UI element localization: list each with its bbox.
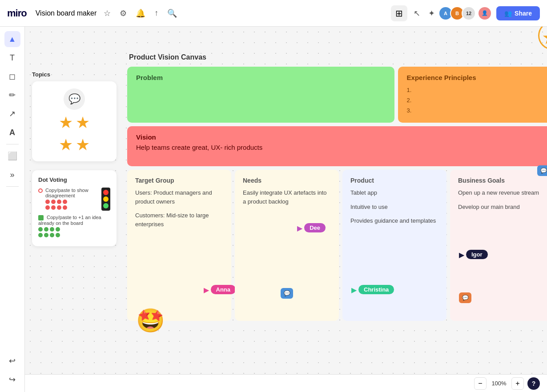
- bottombar: − 100% + ?: [25, 374, 547, 392]
- chat-bubble-icon: 💬: [64, 88, 85, 110]
- dee-cursor: ▶ Dee: [297, 223, 326, 232]
- product-title: Product: [350, 177, 438, 184]
- dee-cursor-label: Dee: [304, 223, 326, 232]
- needs-title: Needs: [243, 177, 331, 184]
- experience-item-3: [407, 105, 545, 116]
- search-icon[interactable]: 🔍: [165, 7, 179, 20]
- experience-title: Experience Principles: [407, 74, 545, 81]
- share-button[interactable]: 👥 Share: [496, 6, 540, 20]
- needs-text-1: Easily integrate UX artefacts into a pro…: [243, 188, 331, 206]
- dv-green-dots-row-1: [38, 227, 110, 232]
- red-dot: [51, 200, 56, 204]
- dot-voting-section: Dot Voting Copy/paste to show disagreeme…: [32, 170, 117, 246]
- help-button[interactable]: ?: [527, 377, 540, 390]
- share-label: Share: [515, 10, 532, 17]
- anna-cursor-arrow: ▶: [204, 286, 209, 294]
- business-goals-title: Business Goals: [458, 177, 546, 184]
- topbar-right: ⊞ ↖ ✦ A B 12 👤 👥 Share: [391, 5, 540, 21]
- share-icon: 👥: [504, 10, 512, 17]
- needs-comment-icon[interactable]: 💬: [281, 288, 293, 299]
- red-dot: [57, 205, 61, 210]
- target-group-title: Target Group: [135, 177, 223, 184]
- anna-cursor-label: Anna: [211, 285, 236, 294]
- pvc-row-1: Problem Experience Principles ★: [127, 67, 547, 123]
- topbar: miro Vision board maker ☆ ⚙ 🔔 ↑ 🔍 ⊞ ↖ ✦ …: [0, 0, 547, 27]
- app-logo: miro: [7, 8, 27, 19]
- pvc-row-2: Vision Help teams create great, UX- rich…: [127, 126, 547, 166]
- dv-red-dots-row-1: [45, 200, 99, 204]
- text-tool-button[interactable]: T: [4, 50, 20, 66]
- topics-box: 💬 ★ ★ ★ ★: [32, 81, 117, 161]
- favorite-star-icon[interactable]: ☆: [102, 7, 113, 20]
- board-title: Vision board maker: [36, 9, 97, 17]
- settings-icon[interactable]: ⚙: [118, 7, 129, 20]
- product-vision-canvas: Product Vision Canvas Problem Experience…: [127, 53, 547, 321]
- zoom-out-button[interactable]: −: [474, 377, 487, 390]
- experience-list: [407, 85, 545, 116]
- star-icon-2: ★: [76, 113, 90, 132]
- red-dot: [51, 205, 56, 210]
- toolbar-divider-2: [6, 186, 19, 187]
- avatar-current-user: 👤: [478, 6, 492, 20]
- zoom-in-button[interactable]: +: [511, 377, 524, 390]
- main-canvas[interactable]: Topics 💬 ★ ★ ★ ★ Dot Voting: [25, 27, 547, 374]
- dv-item-2-text: Copy/paste to +1 an idea already on the …: [38, 215, 101, 226]
- product-text-1: Tablet app: [350, 188, 438, 197]
- text-label-tool-button[interactable]: A: [4, 124, 20, 140]
- christina-cursor: ▶ Christina: [351, 285, 394, 294]
- dv-item-1: Copy/paste to show disagreement: [38, 188, 110, 211]
- cursor-tool-button[interactable]: ▲: [4, 31, 20, 47]
- vision-label: Vision: [136, 133, 545, 141]
- notifications-icon[interactable]: 🔔: [134, 7, 147, 20]
- traffic-light-green: [103, 203, 109, 208]
- redo-button[interactable]: ↪: [4, 372, 20, 388]
- green-dot: [38, 233, 43, 237]
- grid-view-button[interactable]: ⊞: [391, 5, 407, 21]
- star-eyes-emoji: 🤩: [136, 307, 165, 334]
- export-icon[interactable]: ↑: [153, 7, 160, 20]
- green-dot: [50, 227, 54, 232]
- christina-cursor-arrow: ▶: [351, 286, 357, 294]
- pen-tool-button[interactable]: ✏: [4, 87, 20, 103]
- business-comment-icon[interactable]: 💬: [537, 165, 547, 176]
- frame-tool-button[interactable]: ⬜: [4, 148, 20, 164]
- dv-item-2: Copy/paste to +1 an idea already on the …: [38, 215, 110, 237]
- vision-text: Help teams create great, UX- rich produc…: [136, 144, 545, 151]
- experience-cell: Experience Principles ★: [398, 67, 547, 123]
- anna-cursor: ▶ Anna: [204, 285, 236, 294]
- red-dot: [57, 200, 61, 204]
- red-dot: [63, 200, 67, 204]
- star-icon-1: ★: [59, 113, 73, 132]
- traffic-light-yellow: [103, 196, 109, 202]
- arrow-tool-button[interactable]: ↗: [4, 106, 20, 122]
- green-dot: [56, 227, 60, 232]
- product-cell: Product Tablet app Intuitive to use Prov…: [342, 170, 446, 321]
- more-tools-button[interactable]: »: [4, 167, 20, 183]
- zoom-level: 100%: [490, 380, 508, 387]
- pointer-mode-icon[interactable]: ↖: [412, 7, 422, 20]
- dot-voting-box: Dot Voting Copy/paste to show disagreeme…: [32, 170, 117, 246]
- red-dot: [63, 205, 67, 210]
- topics-section: Topics 💬 ★ ★ ★ ★: [32, 71, 117, 161]
- pvc-row-3: Target Group Users: Product managers and…: [127, 170, 547, 321]
- experience-item-2: [407, 95, 545, 105]
- target-group-text-2: Customers: Mid-size to large enterprises: [135, 211, 223, 228]
- business-comment-orange-icon[interactable]: 💬: [459, 292, 471, 303]
- dot-voting-title: Dot Voting: [38, 176, 110, 183]
- pvc-title: Product Vision Canvas: [127, 53, 547, 61]
- sticky-note-tool-button[interactable]: ◻: [4, 68, 20, 84]
- stars-row: ★ ★: [59, 113, 90, 132]
- vision-cell: Vision Help teams create great, UX- rich…: [127, 126, 547, 166]
- igor-cursor-label: Igor: [466, 250, 488, 259]
- dv-red-dots-row-2: [45, 205, 99, 210]
- green-dot: [56, 233, 60, 237]
- collaborator-avatars: A B 12: [441, 6, 476, 20]
- red-dot: [45, 200, 50, 204]
- dv-green-dots-row-2: [38, 233, 110, 237]
- undo-button[interactable]: ↩: [4, 353, 20, 369]
- green-dot: [38, 227, 43, 232]
- red-dot: [45, 205, 50, 210]
- christina-cursor-label: Christina: [358, 285, 394, 294]
- green-dot: [50, 233, 54, 237]
- timer-icon[interactable]: ✦: [426, 7, 437, 20]
